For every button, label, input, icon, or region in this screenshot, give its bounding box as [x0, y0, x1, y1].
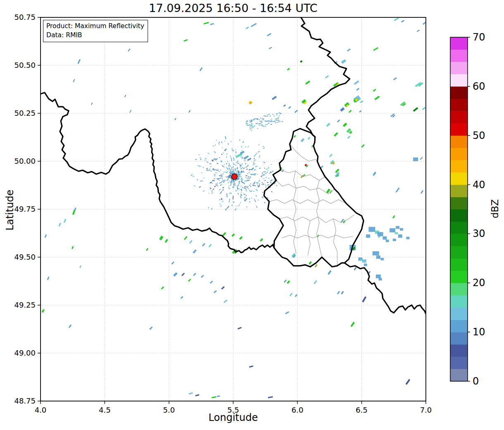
- colorbar-label: dBZ: [490, 190, 500, 227]
- product-label: Product: Maximum Reflectivity: [46, 22, 144, 31]
- colorbar-tick-label: 50: [473, 130, 485, 141]
- country-border-lines: [41, 17, 426, 314]
- y-tick-label: 49.75: [14, 205, 36, 213]
- colorbar-tick-label: 40: [473, 179, 485, 191]
- y-tick-label: 49.00: [14, 349, 36, 357]
- figure-title: 17.09.2025 16:50 - 16:54 UTC: [41, 2, 426, 14]
- x-axis-label: Longitude: [41, 412, 426, 423]
- map-plot-canvas: 4.04.55.05.56.06.57.048.7549.0049.2549.5…: [0, 0, 504, 430]
- y-tick-label: 48.75: [14, 397, 36, 405]
- colorbar-tick-label: 0: [473, 375, 479, 387]
- y-tick-label: 50.50: [14, 61, 36, 69]
- colorbar-tick-label: 30: [473, 228, 485, 239]
- y-axis-label: Latitude: [4, 185, 16, 235]
- colorbar-tick-label: 20: [473, 277, 485, 289]
- y-tick-label: 50.75: [14, 13, 36, 22]
- y-tick-label: 50.00: [14, 157, 36, 165]
- tick-labels: 4.04.55.05.56.06.57.048.7549.0049.2549.5…: [14, 13, 432, 414]
- radar-echo-layer: [41, 17, 426, 398]
- colorbar-tick-label: 70: [473, 31, 485, 43]
- admin-border-lines: [269, 144, 354, 266]
- radar-figure: 4.04.55.05.56.06.57.048.7549.0049.2549.5…: [0, 0, 504, 430]
- y-tick-label: 49.50: [14, 253, 36, 261]
- colorbar-tick-label: 60: [473, 81, 485, 92]
- colorbar: 010203040506070: [450, 31, 485, 387]
- axes-frame: [38, 17, 426, 404]
- product-annotation-box: Product: Maximum Reflectivity Data: RMIB: [43, 20, 148, 42]
- radar-site-marker: [232, 174, 237, 179]
- map-content-layer: [41, 17, 427, 398]
- y-tick-label: 49.25: [14, 301, 36, 309]
- y-tick-label: 50.25: [14, 109, 36, 117]
- colorbar-tick-label: 10: [473, 326, 485, 338]
- data-source-label: Data: RMIB: [46, 31, 144, 40]
- gridlines: [41, 17, 426, 401]
